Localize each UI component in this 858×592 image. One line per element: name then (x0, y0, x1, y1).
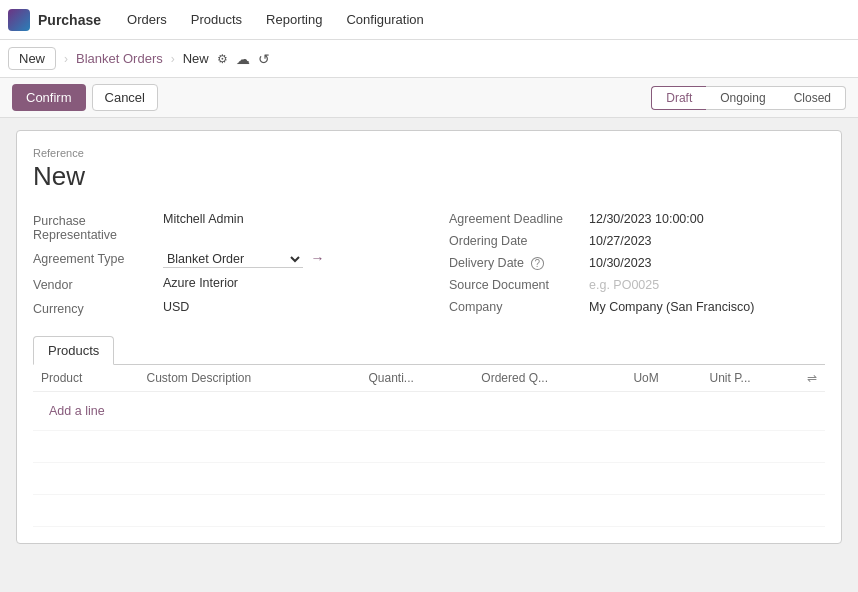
select-agreement-type[interactable]: Blanket Order (163, 251, 303, 268)
value-agreement-type: Blanket Order → (163, 250, 409, 268)
value-source-document: e.g. PO0025 (589, 278, 659, 292)
value-agreement-deadline: 12/30/2023 10:00:00 (589, 212, 704, 226)
col-custom-description: Custom Description (138, 365, 360, 392)
sub-navigation: New › Blanket Orders › New ⚙ ☁ ↺ (0, 40, 858, 78)
empty-row-2 (33, 463, 825, 495)
field-agreement-deadline: Agreement Deadline 12/30/2023 10:00:00 (449, 208, 825, 230)
new-button[interactable]: New (8, 47, 56, 70)
status-bar: Draft Ongoing Closed (651, 86, 846, 110)
breadcrumb-current: New (183, 51, 209, 66)
field-vendor: Vendor Azure Interior (33, 272, 409, 296)
value-vendor: Azure Interior (163, 276, 409, 290)
label-currency: Currency (33, 300, 163, 316)
col-ordered-qty: Ordered Q... (473, 365, 625, 392)
status-draft[interactable]: Draft (651, 86, 706, 110)
field-agreement-type: Agreement Type Blanket Order → (33, 246, 409, 272)
tabs-bar: Products (33, 336, 825, 365)
cloud-icon[interactable]: ☁ (236, 51, 250, 67)
products-table: Product Custom Description Quanti... Ord… (33, 365, 825, 527)
delivery-date-help-icon[interactable]: ? (531, 257, 545, 270)
value-company: My Company (San Francisco) (589, 300, 754, 314)
value-currency: USD (163, 300, 409, 314)
main-content: Reference New Purchase Representative Mi… (0, 118, 858, 592)
undo-icon[interactable]: ↺ (258, 51, 270, 67)
status-closed[interactable]: Closed (780, 86, 846, 110)
field-ordering-date: Ordering Date 10/27/2023 (449, 230, 825, 252)
record-title: New (33, 161, 825, 192)
nav-products[interactable]: Products (181, 8, 252, 31)
left-fields: Purchase Representative Mitchell Admin A… (33, 208, 409, 320)
app-name[interactable]: Purchase (38, 12, 101, 28)
value-delivery-date: 10/30/2023 (589, 256, 652, 270)
top-navigation: Purchase Orders Products Reporting Confi… (0, 0, 858, 40)
label-ordering-date: Ordering Date (449, 234, 589, 248)
reference-label: Reference (33, 147, 825, 159)
label-delivery-date: Delivery Date ? (449, 256, 589, 270)
label-agreement-type: Agreement Type (33, 250, 163, 266)
right-fields: Agreement Deadline 12/30/2023 10:00:00 O… (449, 208, 825, 320)
status-ongoing[interactable]: Ongoing (706, 86, 779, 110)
field-company: Company My Company (San Francisco) (449, 296, 825, 318)
nav-reporting[interactable]: Reporting (256, 8, 332, 31)
col-quantity: Quanti... (360, 365, 473, 392)
field-purchase-representative: Purchase Representative Mitchell Admin (33, 208, 409, 246)
gear-icon[interactable]: ⚙ (217, 52, 228, 66)
agreement-type-external-link[interactable]: → (310, 250, 324, 266)
form-fields-grid: Purchase Representative Mitchell Admin A… (33, 208, 825, 320)
column-settings-icon[interactable]: ⇌ (807, 371, 817, 385)
field-currency: Currency USD (33, 296, 409, 320)
form-card: Reference New Purchase Representative Mi… (16, 130, 842, 544)
nav-orders[interactable]: Orders (117, 8, 177, 31)
label-source-document: Source Document (449, 278, 589, 292)
col-uom: UoM (625, 365, 701, 392)
app-icon (8, 9, 30, 31)
add-line-row: Add a line (33, 392, 825, 431)
label-purchase-representative: Purchase Representative (33, 212, 163, 242)
nav-configuration[interactable]: Configuration (336, 8, 433, 31)
value-purchase-representative: Mitchell Admin (163, 212, 409, 226)
action-buttons: Confirm Cancel (12, 84, 158, 111)
empty-row-1 (33, 431, 825, 463)
breadcrumb-separator-1: › (64, 52, 68, 66)
field-source-document: Source Document e.g. PO0025 (449, 274, 825, 296)
cancel-button[interactable]: Cancel (92, 84, 158, 111)
col-product: Product (33, 365, 138, 392)
empty-row-3 (33, 495, 825, 527)
action-bar: Confirm Cancel Draft Ongoing Closed (0, 78, 858, 118)
col-unit-price: Unit P... ⇌ (701, 365, 825, 392)
label-agreement-deadline: Agreement Deadline (449, 212, 589, 226)
breadcrumb-separator-2: › (171, 52, 175, 66)
label-vendor: Vendor (33, 276, 163, 292)
field-delivery-date: Delivery Date ? 10/30/2023 (449, 252, 825, 274)
breadcrumb-blanket-orders[interactable]: Blanket Orders (76, 51, 163, 66)
table-header-row: Product Custom Description Quanti... Ord… (33, 365, 825, 392)
value-ordering-date: 10/27/2023 (589, 234, 652, 248)
add-line-link[interactable]: Add a line (41, 398, 817, 424)
tab-products[interactable]: Products (33, 336, 114, 365)
confirm-button[interactable]: Confirm (12, 84, 86, 111)
label-company: Company (449, 300, 589, 314)
